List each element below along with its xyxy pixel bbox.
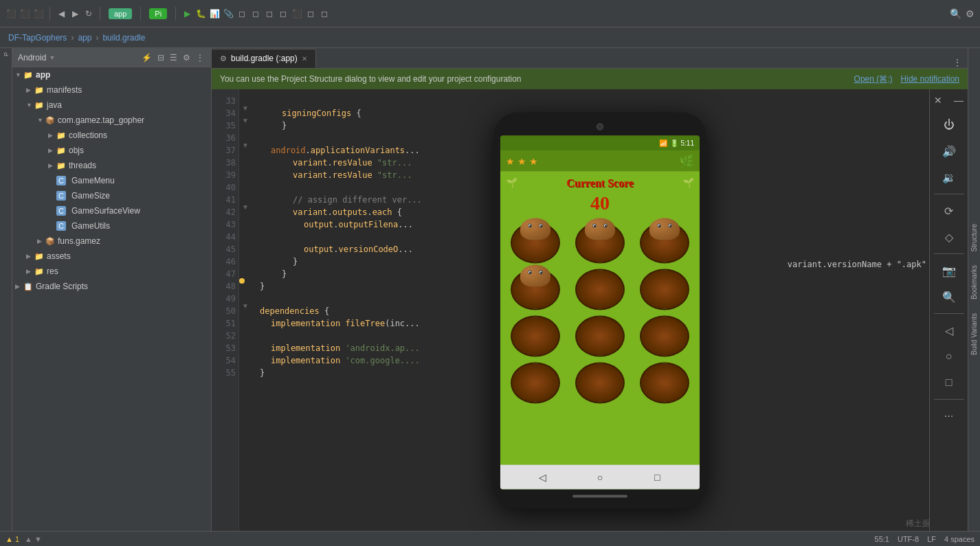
- emulator-back-button[interactable]: ◁: [937, 318, 961, 343]
- fold-34[interactable]: ▼: [239, 102, 252, 114]
- tree-item-app[interactable]: ▼ 📁 app: [12, 67, 211, 82]
- mole-hole-3[interactable]: [640, 222, 689, 263]
- sync-icon[interactable]: ◻: [305, 8, 316, 19]
- window-control-icon[interactable]: ⬛: [5, 8, 16, 19]
- fold-empty: [239, 89, 252, 102]
- mole-hole-11[interactable]: [575, 362, 625, 403]
- fold-42[interactable]: ▼: [239, 201, 252, 213]
- pi-badge[interactable]: Pi: [149, 8, 167, 19]
- nav-forward-icon[interactable]: ▶: [69, 8, 80, 19]
- line-num-46: 46: [214, 255, 236, 268]
- debug-icon[interactable]: 🐛: [195, 8, 206, 19]
- project-icon[interactable]: P: [1, 51, 11, 58]
- editor-content: 33 34 35 36 37 38 39 40 41 42 43 44 45 4…: [212, 89, 968, 531]
- nav-back-button[interactable]: ◁: [535, 468, 551, 485]
- open-link[interactable]: Open (⌘;): [854, 74, 893, 84]
- network-icon[interactable]: ◻: [278, 8, 289, 19]
- coverage-icon[interactable]: ◻: [236, 8, 247, 19]
- emulator-zoomin-button[interactable]: 🔍: [937, 284, 961, 309]
- gradle-icon[interactable]: ◻: [319, 8, 330, 19]
- bookmarks-label[interactable]: Bookmarks: [970, 265, 978, 299]
- emulator-square-button[interactable]: □: [937, 370, 961, 395]
- filter-icon[interactable]: ☰: [168, 52, 179, 64]
- tree-item-gradle[interactable]: ▶ 📋 Gradle Scripts: [12, 279, 211, 294]
- emulator-volume-down-button[interactable]: 🔉: [937, 165, 961, 190]
- tree-item-threads[interactable]: ▶ 📁 threads: [12, 158, 211, 173]
- tree-item-gamemenu[interactable]: ▶ C GameMenu: [12, 173, 211, 188]
- tree-item-gamesize[interactable]: ▶ C GameSize: [12, 188, 211, 203]
- sync-tree-icon[interactable]: ⚡: [140, 52, 153, 64]
- mole-hole-5[interactable]: [575, 269, 625, 310]
- tab-close-icon[interactable]: ✕: [302, 55, 307, 62]
- status-right: 55:1 UTF-8 LF 4 spaces: [875, 535, 975, 543]
- arrow-icon: ▶: [26, 87, 34, 93]
- mole-hole-4[interactable]: [511, 269, 560, 310]
- tree-item-package-main[interactable]: ▼ 📦 com.gamez.tap_gopher: [12, 113, 211, 128]
- collapse-icon[interactable]: ⊟: [156, 52, 166, 64]
- fold-37[interactable]: ▼: [239, 139, 252, 151]
- hide-notification-link[interactable]: Hide notification: [901, 74, 959, 84]
- tree-item-objs[interactable]: ▶ 📁 objs: [12, 143, 211, 158]
- fold-50[interactable]: ▼: [239, 299, 252, 312]
- emulator-power-button[interactable]: ⏻: [937, 113, 961, 137]
- profile-icon[interactable]: 📊: [209, 8, 220, 19]
- tree-item-java[interactable]: ▼ 📁 java: [12, 98, 211, 113]
- refresh-icon[interactable]: ↻: [83, 8, 94, 19]
- tree-item-assets[interactable]: ▶ 📁 assets: [12, 249, 211, 264]
- emulator-rotate-button[interactable]: ⟳: [937, 198, 961, 223]
- settings-icon[interactable]: ⚙: [966, 8, 975, 19]
- tree-item-manifests[interactable]: ▶ 📁 manifests: [12, 82, 211, 98]
- mole-hole-6[interactable]: [640, 269, 689, 310]
- window-control2-icon[interactable]: ⬛: [19, 8, 30, 19]
- tab-more-icon[interactable]: ⋮: [953, 57, 962, 68]
- window-control3-icon[interactable]: ⬛: [33, 8, 44, 19]
- cpu-icon[interactable]: ◻: [264, 8, 275, 19]
- breadcrumb-project[interactable]: DF-TapGophers: [8, 33, 67, 43]
- nav-recents-button[interactable]: □: [649, 468, 665, 485]
- app-badge[interactable]: app: [109, 8, 132, 19]
- mole-eyes-2: [592, 223, 608, 227]
- breadcrumb-app[interactable]: app: [78, 33, 91, 43]
- mole-hole-9[interactable]: [640, 315, 689, 356]
- arrow-icon: ▼: [37, 117, 45, 124]
- more-tree-icon[interactable]: ⋮: [194, 52, 205, 64]
- build-variants-label[interactable]: Build Variants: [970, 313, 978, 355]
- mole-hole-1[interactable]: [511, 222, 560, 263]
- emulator-eraser-button[interactable]: ◇: [937, 225, 961, 249]
- line-col-indicator[interactable]: 55:1: [875, 535, 889, 543]
- indent-indicator[interactable]: 4 spaces: [944, 535, 975, 543]
- breadcrumb-file[interactable]: build.gradle: [102, 33, 145, 43]
- run-icon[interactable]: ▶: [181, 8, 192, 19]
- search-icon[interactable]: 🔍: [950, 8, 961, 19]
- tree-item-collections[interactable]: ▶ 📁 collections: [12, 128, 211, 143]
- tree-item-gamesurfaceview[interactable]: ▶ C GameSurfaceView: [12, 203, 211, 218]
- emulator-home-button[interactable]: ○: [937, 344, 961, 369]
- tree-label-gradle: Gradle Scripts: [36, 282, 88, 291]
- encoding-indicator[interactable]: UTF-8: [898, 535, 919, 543]
- warning-icon[interactable]: ▲ 1: [5, 535, 19, 543]
- emulator-minimize-button[interactable]: —: [954, 95, 964, 106]
- tree-item-funs[interactable]: ▶ 📦 funs.gamez: [12, 234, 211, 249]
- emulator-volume-up-button[interactable]: 🔊: [937, 139, 961, 163]
- tree-item-res[interactable]: ▶ 📁 res: [12, 264, 211, 279]
- emulator-close-button[interactable]: ✕: [934, 95, 942, 106]
- emulator-more-button[interactable]: ···: [937, 404, 961, 429]
- crlf-indicator[interactable]: LF: [927, 535, 936, 543]
- mole-hole-2[interactable]: [575, 222, 625, 263]
- mole-hole-12[interactable]: [640, 362, 689, 403]
- gear-tree-icon[interactable]: ⚙: [181, 52, 192, 64]
- tab-build-gradle[interactable]: ⚙ build.gradle (:app) ✕: [212, 49, 316, 68]
- fold-35[interactable]: ▼: [239, 114, 252, 126]
- tree-item-gameutils[interactable]: ▶ C GameUtils: [12, 218, 211, 234]
- mole-hole-7[interactable]: [511, 315, 560, 356]
- stop-icon[interactable]: ⬛: [291, 8, 302, 19]
- structure-label[interactable]: Structure: [970, 224, 978, 252]
- emulator-camera-button[interactable]: 📷: [937, 258, 961, 283]
- expand-icon[interactable]: ▲ ▼: [25, 535, 42, 543]
- mole-hole-10[interactable]: [511, 362, 560, 403]
- nav-back-icon[interactable]: ◀: [56, 8, 67, 19]
- memory-icon[interactable]: ◻: [250, 8, 261, 19]
- nav-home-button[interactable]: ○: [592, 468, 608, 485]
- attach-icon[interactable]: 📎: [223, 8, 234, 19]
- mole-hole-8[interactable]: [575, 315, 625, 356]
